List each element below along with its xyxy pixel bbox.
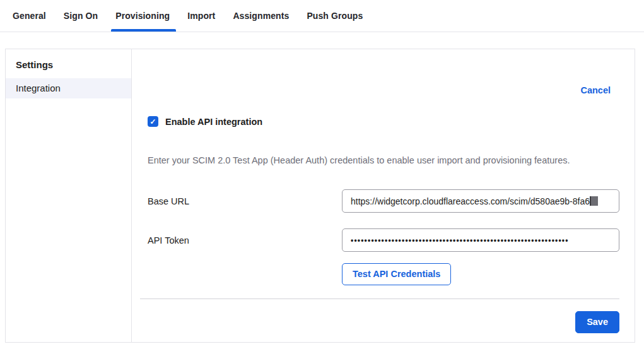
base-url-value: https://widgetcorp.cloudflareaccess.com/… [351,196,590,206]
tab-general[interactable]: General [13,0,46,32]
enable-api-integration-label: Enable API integration [165,117,262,127]
tab-assignments[interactable]: Assignments [233,0,289,32]
cancel-row: Cancel [148,85,619,96]
enable-api-integration-row: ✓ Enable API integration [148,116,619,127]
api-token-label: API Token [148,235,342,245]
settings-sidebar: Settings Integration [6,49,132,342]
test-credentials-row: Test API Credentials [148,263,619,285]
credentials-description: Enter your SCIM 2.0 Test App (Header Aut… [148,155,619,166]
api-token-masked-value: ••••••••••••••••••••••••••••••••••••••••… [351,236,569,245]
base-url-input[interactable]: https://widgetcorp.cloudflareaccess.com/… [342,189,619,213]
tab-sign-on[interactable]: Sign On [64,0,98,32]
enable-api-integration-checkbox[interactable]: ✓ [148,116,158,127]
api-token-input[interactable]: ••••••••••••••••••••••••••••••••••••••••… [342,228,619,252]
provisioning-panel: Settings Integration Cancel ✓ Enable API… [5,49,635,343]
sidebar-heading: Settings [6,49,131,78]
integration-settings-form: Cancel ✓ Enable API integration Enter yo… [132,49,635,342]
tab-provisioning[interactable]: Provisioning [115,0,170,32]
tab-import[interactable]: Import [187,0,215,32]
tab-push-groups[interactable]: Push Groups [307,0,363,32]
base-url-label: Base URL [148,196,342,206]
footer-divider [140,299,619,299]
text-selection-block [590,196,598,206]
app-tab-bar: General Sign On Provisioning Import Assi… [0,0,644,32]
base-url-row: Base URL https://widgetcorp.cloudflareac… [148,189,619,213]
test-api-credentials-button[interactable]: Test API Credentials [342,263,451,285]
api-token-row: API Token ••••••••••••••••••••••••••••••… [148,228,619,252]
save-button[interactable]: Save [575,311,619,333]
cancel-link[interactable]: Cancel [580,85,611,95]
sidebar-item-integration[interactable]: Integration [6,78,131,98]
save-row: Save [148,311,619,333]
checkmark-icon: ✓ [149,118,156,126]
